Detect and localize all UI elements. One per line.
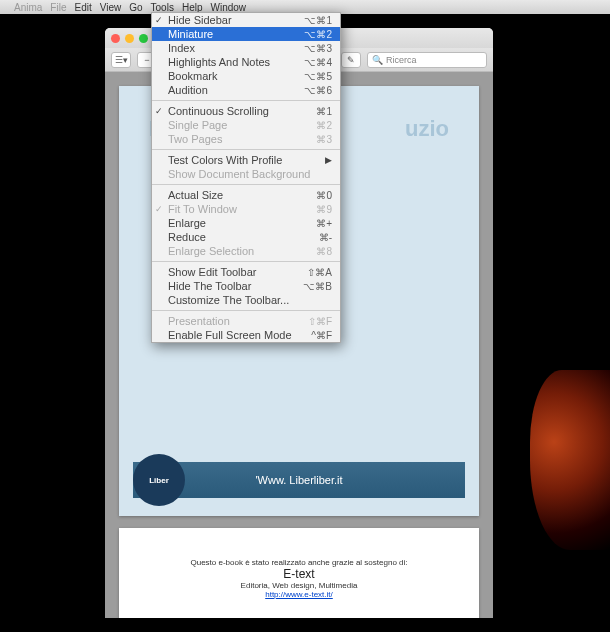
doc-title-right: uzio [405,116,449,142]
menu-test-colors[interactable]: Test Colors With Profile▶ [152,153,340,167]
search-input[interactable]: 🔍 Ricerca [367,52,487,68]
menu-fit-to-window[interactable]: ✓Fit To Window⌘9 [152,202,340,216]
menu-single-page[interactable]: Single Page⌘2 [152,118,340,132]
menu-file[interactable]: File [50,2,66,13]
menu-highlights[interactable]: Highlights And Notes⌥⌘4 [152,55,340,69]
menu-separator [152,184,340,185]
menu-presentation[interactable]: Presentation⇧⌘F [152,314,340,328]
menu-go[interactable]: Go [129,2,142,13]
menu-show-edit-toolbar[interactable]: Show Edit Toolbar⇧⌘A [152,265,340,279]
menu-enlarge-selection: Enlarge Selection⌘8 [152,244,340,258]
menu-fullscreen[interactable]: Enable Full Screen Mode^⌘F [152,328,340,342]
menu-window[interactable]: Window [211,2,247,13]
pdf-page-2: Questo e-book è stato realizzato anche g… [119,528,479,618]
menu-audition[interactable]: Audition⌥⌘6 [152,83,340,97]
menu-separator [152,149,340,150]
menu-reduce[interactable]: Reduce⌘- [152,230,340,244]
menu-help[interactable]: Help [182,2,203,13]
close-icon[interactable] [111,34,120,43]
menu-miniature[interactable]: Miniature⌥⌘2 [152,27,340,41]
menu-view[interactable]: View [100,2,122,13]
menu-show-bg: Show Document Background [152,167,340,181]
page2-etext: E-text [119,567,479,581]
page2-line2: Editoria, Web design, Multimedia [119,581,479,590]
menu-hide-toolbar[interactable]: Hide The Toolbar⌥⌘B [152,279,340,293]
zoom-icon[interactable] [139,34,148,43]
window-controls [111,34,148,43]
menu-separator [152,100,340,101]
menu-enlarge[interactable]: Enlarge⌘+ [152,216,340,230]
sidebar-toggle-button[interactable]: ☰▾ [111,52,131,68]
menu-edit[interactable]: Edit [74,2,91,13]
app-name[interactable]: Anima [14,2,42,13]
menu-customize-toolbar[interactable]: Customize The Toolbar... [152,293,340,307]
menu-bookmark[interactable]: Bookmark⌥⌘5 [152,69,340,83]
menu-tools[interactable]: Tools [151,2,174,13]
menu-two-pages[interactable]: Two Pages⌘3 [152,132,340,146]
minimize-icon[interactable] [125,34,134,43]
menu-separator [152,310,340,311]
search-placeholder: Ricerca [386,55,417,65]
menu-index[interactable]: Index⌥⌘3 [152,41,340,55]
page2-line1: Questo e-book è stato realizzato anche g… [119,558,479,567]
view-menu-dropdown: ✓Hide Sidebar⌥⌘1 Miniature⌥⌘2 Index⌥⌘3 H… [151,12,341,343]
page2-link[interactable]: http://www.e-text.it/ [265,590,333,599]
footer-url: 'Www. Liberliber.it [255,474,342,486]
menu-continuous-scrolling[interactable]: ✓Continuous Scrolling⌘1 [152,104,340,118]
wallpaper-decoration [530,370,610,550]
liber-badge-icon: Liber [133,454,185,506]
menu-hide-sidebar[interactable]: ✓Hide Sidebar⌥⌘1 [152,13,340,27]
menu-actual-size[interactable]: Actual Size⌘0 [152,188,340,202]
search-icon: 🔍 [372,55,383,65]
markup-button[interactable]: ✎ [341,52,361,68]
menu-separator [152,261,340,262]
